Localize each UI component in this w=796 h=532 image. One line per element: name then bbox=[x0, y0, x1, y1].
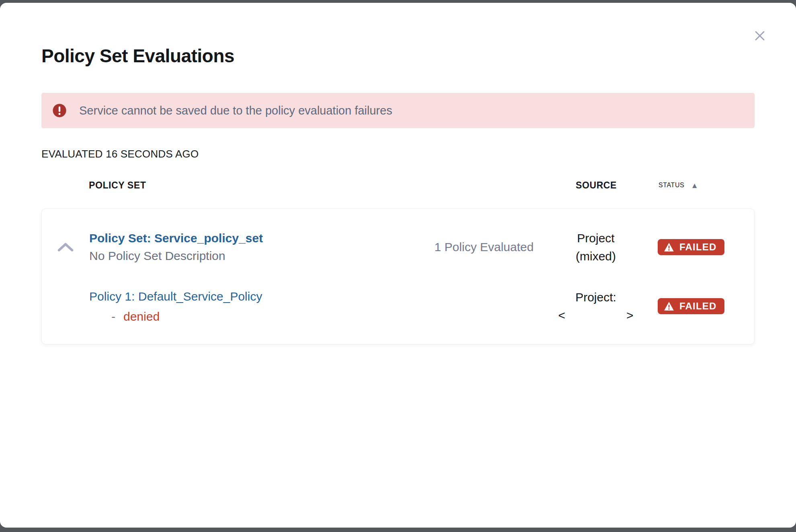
policy-source-cell: Project: <> bbox=[558, 288, 633, 324]
source-line-1: Project bbox=[576, 229, 616, 247]
column-header-status-label: STATUS bbox=[659, 180, 684, 191]
error-message: Service cannot be saved due to the polic… bbox=[79, 104, 392, 117]
column-header-source: SOURCE bbox=[576, 180, 617, 191]
source-line-1: Project: bbox=[558, 288, 633, 306]
policy-link[interactable]: Policy 1: Default_Service_Policy bbox=[89, 290, 262, 303]
source-line-2: (mixed) bbox=[576, 247, 616, 265]
angle-open: < bbox=[558, 309, 565, 322]
status-badge-failed: FAILED bbox=[658, 239, 724, 255]
status-badge-label: FAILED bbox=[679, 242, 717, 252]
result-dash: - bbox=[89, 310, 115, 323]
policies-evaluated-count: 1 Policy Evaluated bbox=[435, 240, 534, 254]
page-backdrop: Policy Set Evaluations Service cannot be… bbox=[0, 0, 796, 532]
close-icon bbox=[752, 28, 768, 44]
status-badge-label: FAILED bbox=[679, 301, 717, 311]
collapse-row-button[interactable] bbox=[54, 239, 77, 255]
close-button[interactable] bbox=[750, 26, 769, 45]
error-banner: Service cannot be saved due to the polic… bbox=[41, 93, 755, 128]
policy-row: Policy 1: Default_Service_Policy -denied… bbox=[42, 288, 754, 325]
angle-close: > bbox=[626, 309, 634, 322]
sort-ascending-icon: ▲ bbox=[691, 182, 698, 189]
warning-triangle-icon bbox=[664, 301, 674, 311]
policy-result-line: -denied bbox=[89, 309, 431, 325]
evaluation-results-card: Policy Set: Service_policy_set No Policy… bbox=[41, 209, 755, 344]
expand-cell bbox=[54, 239, 77, 255]
modal-content: Policy Set Evaluations Service cannot be… bbox=[0, 3, 796, 528]
modal-title: Policy Set Evaluations bbox=[41, 3, 755, 67]
policy-cell: Policy 1: Default_Service_Policy -denied bbox=[89, 288, 431, 325]
policy-set-description: No Policy Set Description bbox=[89, 247, 431, 265]
policy-set-link[interactable]: Policy Set: Service_policy_set bbox=[89, 231, 263, 245]
denied-result-text: denied bbox=[123, 310, 160, 323]
policy-status-cell: FAILED bbox=[655, 298, 754, 314]
policy-set-status-cell: FAILED bbox=[655, 239, 754, 255]
column-header-status[interactable]: STATUS ▲ bbox=[655, 180, 755, 191]
exclamation-circle-icon bbox=[52, 103, 67, 118]
policy-set-row: Policy Set: Service_policy_set No Policy… bbox=[42, 229, 754, 265]
status-badge-failed: FAILED bbox=[658, 298, 724, 314]
column-header-policy-set: POLICY SET bbox=[89, 180, 432, 191]
evaluated-timestamp: EVALUATED 16 SECONDS AGO bbox=[41, 147, 755, 160]
source-line-2: <> bbox=[558, 306, 633, 324]
policy-set-cell: Policy Set: Service_policy_set No Policy… bbox=[89, 229, 431, 265]
policy-set-source-cell: Project (mixed) bbox=[576, 229, 616, 265]
table-header-row: POLICY SET SOURCE STATUS ▲ bbox=[41, 180, 755, 191]
warning-triangle-icon bbox=[664, 242, 674, 252]
policy-set-evaluations-modal: Policy Set Evaluations Service cannot be… bbox=[0, 3, 796, 528]
chevron-up-icon bbox=[56, 241, 75, 253]
